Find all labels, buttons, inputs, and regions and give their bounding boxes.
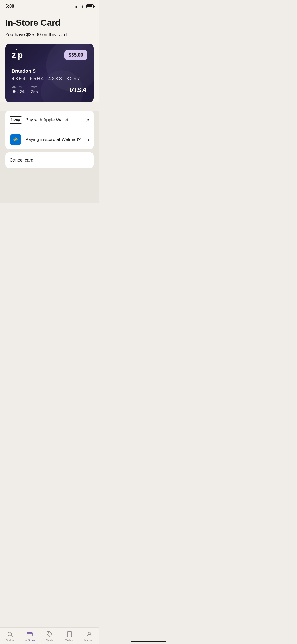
walmart-icon-wrap: ✳ (10, 135, 22, 144)
zip-logo-text: z p (12, 50, 23, 60)
cancel-card-option[interactable]: Cancel card (5, 152, 94, 168)
external-link-icon: ↗ (85, 117, 89, 123)
wifi-icon (80, 4, 85, 8)
main-content: In-Store Card You have $35.00 on this ca… (0, 11, 99, 102)
walmart-option[interactable]: ✳ Paying in-store at Walmart? › (5, 130, 94, 149)
apple-pay-icon-wrap:  Pay (10, 115, 22, 125)
options-section:  Pay Pay with Apple Wallet ↗ ✳ Paying i… (0, 111, 99, 203)
card-expiry: MM YY 05 / 24 (12, 86, 25, 94)
apple-logo:  (11, 118, 13, 122)
walmart-spark: ✳ (13, 136, 18, 143)
apple-pay-option[interactable]:  Pay Pay with Apple Wallet ↗ (5, 111, 94, 130)
page-title: In-Store Card (5, 17, 94, 28)
signal-icon (74, 4, 78, 8)
credit-card: z p $35.00 Brandon S 4804 6504 4238 3297… (5, 44, 94, 102)
status-time: 5:08 (5, 4, 14, 9)
expiry-value: 05 / 24 (12, 89, 25, 94)
walmart-icon: ✳ (10, 134, 21, 145)
cancel-card-label: Cancel card (10, 158, 34, 163)
apple-pay-label-small: Pay (13, 118, 20, 122)
balance-description: You have $35.00 on this card (5, 32, 94, 38)
status-icons (74, 4, 94, 8)
battery-icon (86, 4, 94, 8)
payment-options-card:  Pay Pay with Apple Wallet ↗ ✳ Paying i… (5, 111, 94, 149)
apple-pay-label: Pay with Apple Wallet (25, 117, 85, 123)
status-bar: 5:08 (0, 0, 99, 11)
card-cvc: CVC 255 (31, 86, 38, 94)
apple-pay-icon:  Pay (9, 116, 22, 124)
cvc-label: CVC (31, 86, 38, 89)
walmart-label: Paying in-store at Walmart? (25, 137, 88, 142)
zip-logo: z p (12, 50, 23, 60)
chevron-right-icon: › (88, 137, 89, 142)
expiry-label: MM YY (12, 86, 25, 89)
cvc-value: 255 (31, 89, 38, 94)
card-expiry-cvc: MM YY 05 / 24 CVC 255 (12, 86, 38, 94)
